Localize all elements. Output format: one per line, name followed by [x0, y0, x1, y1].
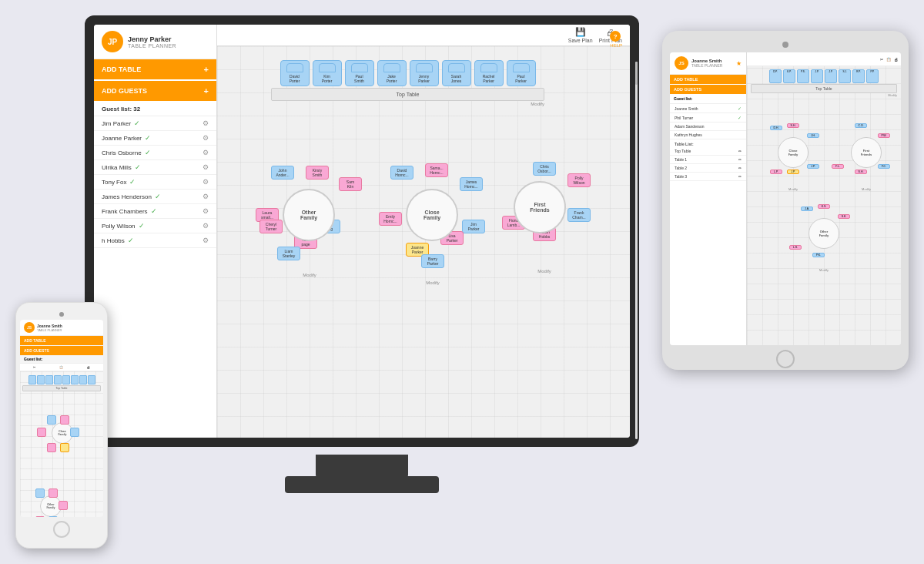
seat-card	[60, 415, 69, 425]
gear-icon[interactable]: ⚙	[203, 222, 209, 230]
list-item: Tony Fox✓ ⚙	[94, 175, 216, 190]
tablet-camera	[782, 42, 788, 48]
print-icon[interactable]: 🖨	[894, 57, 898, 62]
seat-card: P.S.	[797, 69, 809, 83]
seat-card	[54, 375, 62, 384]
phone-screen: JS Joanne Smith TABLE PLANNER ADD TABLE …	[20, 320, 103, 517]
guest-name: Tony Fox	[102, 179, 126, 186]
seat-card	[35, 516, 45, 517]
seat-card: J.P.	[787, 170, 799, 174]
table-name: Table 2	[675, 166, 687, 170]
phone-add-guests-button[interactable]: ADD GUESTS	[20, 346, 103, 355]
seat-card: SarahJones	[442, 60, 471, 86]
guest-name: Jim Parker	[102, 120, 131, 127]
tablet-top-table-modify[interactable]: Modify	[751, 93, 897, 97]
list-item: James Henderson✓ ⚙	[94, 190, 216, 204]
table-label: FirstFriends	[514, 181, 566, 233]
check-icon: ✓	[128, 237, 134, 244]
seat-card: L.S.	[789, 245, 802, 250]
phone-camera	[59, 312, 64, 317]
tablet-add-guests-button[interactable]: ADD GUESTS	[670, 85, 746, 94]
seat-card: EmilyHornc...	[379, 212, 402, 226]
table-modify[interactable]: Modify	[303, 273, 316, 277]
seat-card: J.P.	[807, 164, 819, 169]
gear-icon[interactable]: ⚙	[203, 163, 209, 171]
add-guests-label: ADD GUESTS	[102, 87, 147, 95]
seat-card	[60, 443, 69, 452]
list-item: h Hobbs✓ ⚙	[94, 233, 216, 248]
gear-icon[interactable]: ⚙	[203, 134, 209, 142]
tablet-other-family-table: OtherFamily J.A. K.S. S.K. L.S. P.K. Mod…	[793, 203, 855, 264]
seat-card	[79, 375, 87, 384]
guest-name: Ulrika Mills	[102, 164, 132, 171]
add-table-button[interactable]: ADD TABLE +	[94, 59, 216, 79]
tablet-table-modify[interactable]: Modify	[819, 268, 829, 272]
gear-icon[interactable]: ⚙	[203, 149, 209, 156]
top-table-modify[interactable]: Modify	[271, 102, 544, 106]
cut-icon[interactable]: ✂	[880, 57, 883, 62]
gear-icon[interactable]: ⚙	[203, 178, 209, 186]
app-main: 💾 Save Plan 🖨 Print Plan ? HELP	[217, 25, 630, 438]
seat-card	[71, 375, 79, 384]
seat-card: P.W.	[878, 133, 890, 138]
copy-icon[interactable]: 📋	[886, 57, 891, 62]
seat-card: FrankCham...	[567, 208, 591, 222]
list-item: Polly Wilson✓ ⚙	[94, 219, 216, 233]
seat-card: KimPorter	[313, 60, 342, 86]
tablet-screen: JS Joanne Smith TABLE PLANNER ★ ADD TABL…	[670, 52, 901, 345]
phone-top-table: Top Table	[22, 375, 101, 391]
avatar: JP	[102, 31, 123, 52]
tablet-avatar: JS	[675, 56, 688, 70]
seat-card: S.H.	[787, 123, 799, 128]
tablet-table-modify[interactable]: Modify	[862, 187, 871, 191]
guest-name: Phil Turner	[675, 116, 693, 120]
tablet-table-label: FirstFriends	[851, 137, 882, 168]
gear-icon[interactable]: ⚙	[203, 207, 209, 215]
phone-home-button[interactable]	[53, 521, 70, 538]
list-item: Table 1✏	[670, 156, 746, 164]
edit-icon[interactable]: ✏	[738, 166, 742, 170]
edit-icon[interactable]: ✏	[738, 157, 742, 162]
list-item: Phil Turner✓	[670, 113, 746, 123]
seat-card: JakePorter	[377, 60, 407, 86]
phone-header: JS Joanne Smith TABLE PLANNER	[20, 320, 103, 336]
edit-icon[interactable]: ✏	[738, 174, 742, 179]
tablet-home-button[interactable]	[776, 350, 795, 368]
add-table-plus-icon: +	[204, 65, 209, 74]
seat-card	[37, 375, 45, 384]
cut-icon[interactable]: ✂	[33, 365, 35, 369]
seat-card: D.H.	[770, 126, 782, 130]
phone-user-name: Joanne Smith	[37, 324, 62, 328]
gear-icon[interactable]: ⚙	[203, 237, 209, 244]
tablet-top-table-label: Top Table	[751, 84, 897, 93]
list-item: Ulrika Mills✓ ⚙	[94, 160, 216, 175]
table-name: Top Table	[675, 149, 691, 153]
tablet-table-modify[interactable]: Modify	[788, 187, 798, 191]
seat-card: RachelParker	[474, 60, 504, 86]
table-modify[interactable]: Modify	[537, 269, 551, 274]
add-guests-plus-icon: +	[204, 86, 209, 96]
copy-icon[interactable]: 📋	[59, 365, 63, 369]
save-plan-button[interactable]: 💾 Save Plan	[568, 27, 593, 43]
gear-icon[interactable]: ⚙	[203, 193, 209, 200]
tablet-add-table-button[interactable]: ADD TABLE	[670, 75, 746, 84]
print-icon[interactable]: 🖨	[87, 365, 90, 369]
seat-card: JimParker	[462, 220, 485, 233]
add-guests-button[interactable]: ADD GUESTS +	[94, 81, 216, 101]
tablet-app-sub: TABLE PLANNER	[691, 63, 722, 68]
guest-name: Polly Wilson	[102, 223, 136, 230]
seat-card	[49, 516, 58, 517]
check-icon: ✓	[155, 193, 161, 200]
other-family-table: JohnAnder... KirstySmith SamKiln Laurasm…	[256, 162, 363, 277]
table-name: Table 3	[675, 174, 687, 179]
tablet-sidebar: JS Joanne Smith TABLE PLANNER ★ ADD TABL…	[670, 52, 747, 345]
phone-add-table-button[interactable]: ADD TABLE	[20, 336, 103, 345]
seat-card	[70, 428, 79, 437]
table-modify[interactable]: Modify	[426, 280, 440, 285]
gear-icon[interactable]: ⚙	[203, 119, 209, 127]
edit-icon[interactable]: ✏	[738, 149, 742, 153]
seat-card: K.P.	[783, 69, 795, 83]
phone-other-family-table: OtherFamily	[32, 487, 70, 517]
seat-card: K.S.	[818, 204, 830, 209]
tablet-header: JS Joanne Smith TABLE PLANNER ★	[670, 52, 746, 75]
